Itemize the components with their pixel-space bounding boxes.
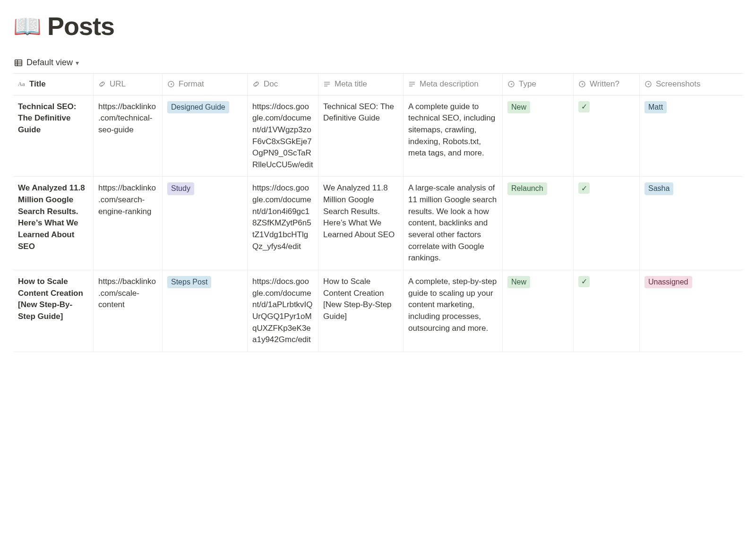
screenshots-tag: Matt	[644, 101, 667, 113]
format-tag: Study	[167, 182, 194, 195]
cell-title[interactable]: Technical SEO: The Definitive Guide	[13, 95, 94, 177]
select-property-icon	[167, 80, 175, 88]
chevron-down-icon: ▾	[76, 59, 79, 67]
cell-format[interactable]: Study	[163, 177, 248, 269]
column-header-title[interactable]: Aa Title	[13, 74, 94, 95]
cell-url[interactable]: https://backlinko.com/scale-content	[94, 270, 163, 352]
cell-url[interactable]: https://backlinko.com/search-engine-rank…	[94, 177, 163, 269]
checkmark-icon: ✓	[578, 182, 590, 194]
view-label: Default view	[26, 58, 73, 68]
svg-rect-0	[15, 60, 22, 65]
cell-meta-title[interactable]: Technical SEO: The Definitive Guide	[318, 95, 404, 177]
format-tag: Designed Guide	[167, 101, 229, 113]
cell-meta-description[interactable]: A complete, step-by-step guide to scalin…	[404, 270, 503, 352]
url-property-icon	[252, 80, 260, 88]
cell-screenshots[interactable]: Sasha	[640, 177, 715, 269]
text-property-icon	[408, 80, 416, 88]
column-header-written[interactable]: Written?	[574, 74, 640, 95]
view-switcher[interactable]: Default view ▾	[13, 56, 80, 69]
cell-screenshots[interactable]: Unassigned	[640, 270, 715, 352]
svg-text:Aa: Aa	[18, 81, 25, 87]
column-header-meta-description[interactable]: Meta description	[404, 74, 503, 95]
type-tag: New	[507, 101, 530, 113]
cell-meta-description[interactable]: A complete guide to technical SEO, inclu…	[404, 95, 503, 177]
cell-doc[interactable]: https://docs.google.com/document/d/1aPLr…	[248, 270, 318, 352]
cell-meta-title[interactable]: We Analyzed 11.8 Million Google Search R…	[318, 177, 404, 269]
column-header-type[interactable]: Type	[503, 74, 574, 95]
column-header-format[interactable]: Format	[163, 74, 248, 95]
cell-url[interactable]: https://backlinko.com/technical-seo-guid…	[94, 95, 163, 177]
title-property-icon: Aa	[18, 80, 26, 88]
column-header-meta-title[interactable]: Meta title	[318, 74, 404, 95]
column-header-screenshots[interactable]: Screenshots	[640, 74, 715, 95]
checkmark-icon: ✓	[578, 101, 590, 112]
table-row[interactable]: How to Scale Content Creation [New Step-…	[13, 270, 743, 352]
select-property-icon	[578, 80, 586, 88]
cell-meta-description[interactable]: A large-scale analysis of 11 million Goo…	[404, 177, 503, 269]
cell-title[interactable]: How to Scale Content Creation [New Step-…	[13, 270, 94, 352]
format-tag: Steps Post	[167, 276, 211, 288]
url-property-icon	[98, 80, 106, 88]
type-tag: Relaunch	[507, 182, 547, 195]
table-row[interactable]: We Analyzed 11.8 Million Google Search R…	[13, 177, 743, 270]
cell-written[interactable]: ✓	[574, 95, 640, 177]
cell-type[interactable]: New	[503, 270, 574, 352]
cell-screenshots[interactable]: Matt	[640, 95, 715, 177]
page-icon: 📖	[13, 13, 42, 40]
column-header-doc[interactable]: Doc	[248, 74, 318, 95]
column-header-url[interactable]: URL	[94, 74, 163, 95]
cell-meta-title[interactable]: How to Scale Content Creation [New Step-…	[318, 270, 404, 352]
select-property-icon	[507, 80, 515, 88]
cell-title[interactable]: We Analyzed 11.8 Million Google Search R…	[13, 177, 94, 269]
cell-format[interactable]: Steps Post	[163, 270, 248, 352]
checkmark-icon: ✓	[578, 276, 590, 287]
select-property-icon	[644, 80, 652, 88]
cell-type[interactable]: New	[503, 95, 574, 177]
cell-written[interactable]: ✓	[574, 270, 640, 352]
screenshots-tag: Sasha	[644, 182, 673, 195]
cell-type[interactable]: Relaunch	[503, 177, 574, 269]
page-title: Posts	[47, 11, 114, 41]
cell-doc[interactable]: https://docs.google.com/document/d/1VWgz…	[248, 95, 318, 177]
table-view-icon	[14, 59, 23, 67]
screenshots-tag: Unassigned	[644, 276, 692, 288]
cell-format[interactable]: Designed Guide	[163, 95, 248, 177]
database-table: Aa Title URL Format Doc Meta ti	[13, 73, 743, 352]
cell-doc[interactable]: https://docs.google.com/document/d/1on4i…	[248, 177, 318, 269]
page-header: 📖 Posts	[13, 11, 743, 41]
type-tag: New	[507, 276, 530, 288]
table-row[interactable]: Technical SEO: The Definitive Guide http…	[13, 95, 743, 177]
cell-written[interactable]: ✓	[574, 177, 640, 269]
text-property-icon	[323, 80, 331, 88]
table-header-row: Aa Title URL Format Doc Meta ti	[13, 74, 743, 95]
